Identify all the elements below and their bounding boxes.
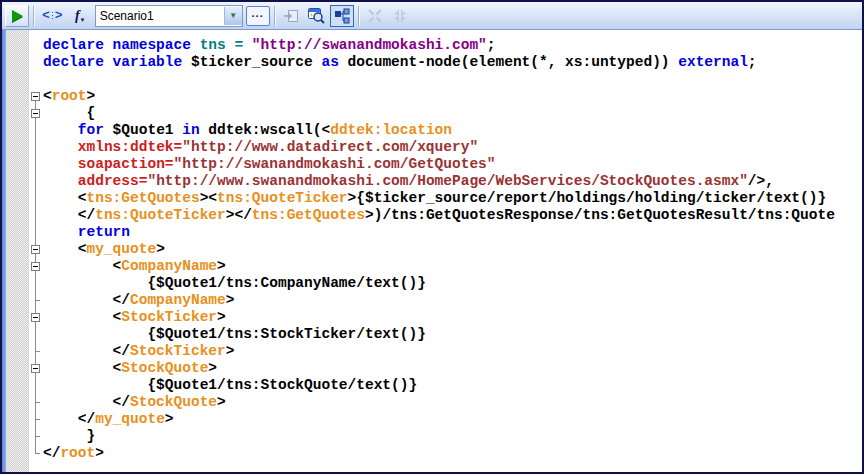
code-line[interactable]: <CompanyName> — [29, 258, 862, 275]
combo-dropdown-icon[interactable]: ▼ — [224, 7, 242, 25]
fold-margin — [29, 122, 43, 139]
fold-toggle-icon[interactable] — [29, 309, 43, 326]
code-line[interactable]: soapaction="http://swanandmokashi.com/Ge… — [29, 156, 862, 173]
code-text: soapaction="http://swanandmokashi.com/Ge… — [43, 156, 495, 173]
xquery-editor-window: <> f▾ Scenario1 ▼ ... — [0, 0, 864, 474]
code-line[interactable]: <tns:GetQuotes><tns:QuoteTicker>{$ticker… — [29, 190, 862, 207]
mapper-view-button-active[interactable] — [330, 5, 354, 27]
code-text: <tns:GetQuotes><tns:QuoteTicker>{$ticker… — [43, 190, 826, 207]
code-line[interactable]: <StockTicker> — [29, 309, 862, 326]
play-icon — [12, 10, 23, 22]
fold-toggle-icon[interactable] — [29, 88, 43, 105]
code-editor[interactable]: declare namespace tns = "http://swanandm… — [2, 30, 862, 472]
fold-toggle-icon[interactable] — [29, 258, 43, 275]
code-text: declare namespace tns = "http://swanandm… — [43, 37, 496, 54]
fold-margin — [29, 37, 43, 54]
code-line[interactable]: { — [29, 105, 862, 122]
code-line[interactable]: <my_quote> — [29, 241, 862, 258]
fold-margin — [29, 224, 43, 241]
function-dropdown-icon: f▾ — [75, 8, 84, 24]
code-text: address="http://www.swanandmokashi.com/H… — [43, 173, 774, 190]
code-line[interactable]: declare namespace tns = "http://swanandm… — [29, 37, 862, 54]
fold-margin — [29, 326, 43, 343]
grid-view-button-disabled — [388, 5, 412, 27]
open-output-icon — [283, 8, 299, 24]
code-text: </StockQuote> — [43, 394, 226, 411]
fold-margin — [29, 394, 43, 411]
fold-margin — [29, 71, 43, 88]
code-text: <my_quote> — [43, 241, 165, 258]
code-text: {$Quote1/tns:StockTicker/text()} — [43, 326, 426, 343]
preview-result-button[interactable] — [304, 5, 329, 27]
fold-margin — [29, 173, 43, 190]
fold-margin — [29, 377, 43, 394]
code-line[interactable]: </StockQuote> — [29, 394, 862, 411]
fold-toggle-icon[interactable] — [29, 105, 43, 122]
xml-tags-icon: <> — [42, 8, 63, 23]
collapse-icon — [367, 8, 383, 24]
code-text: <StockTicker> — [43, 309, 226, 326]
code-line[interactable]: {$Quote1/tns:StockQuote/text()} — [29, 377, 862, 394]
collapse-button-disabled — [363, 5, 387, 27]
function-library-button[interactable]: f▾ — [68, 5, 92, 27]
preview-result-icon — [308, 7, 325, 24]
mapper-view-icon — [334, 8, 350, 24]
fold-margin — [29, 292, 43, 309]
grid-view-icon — [392, 8, 408, 24]
fold-margin — [29, 190, 43, 207]
code-lines[interactable]: declare namespace tns = "http://swanandm… — [29, 30, 862, 472]
code-text: </my_quote> — [43, 411, 174, 428]
toolbar-separator — [358, 6, 359, 26]
code-text: </tns:QuoteTicker></tns:GetQuotes>)/tns:… — [43, 207, 835, 224]
code-text: </StockTicker> — [43, 343, 234, 360]
fold-margin — [29, 156, 43, 173]
scenario-combobox[interactable]: Scenario1 ▼ — [95, 5, 243, 27]
code-line[interactable]: xmlns:ddtek="http://www.datadirect.com/x… — [29, 139, 862, 156]
fold-margin — [29, 207, 43, 224]
code-line[interactable]: return — [29, 224, 862, 241]
code-line[interactable] — [29, 71, 862, 88]
code-text: <root> — [43, 88, 95, 105]
code-line[interactable]: <root> — [29, 88, 862, 105]
toolbar-separator — [274, 6, 275, 26]
fold-toggle-icon[interactable] — [29, 360, 43, 377]
xquery-toolbar: <> f▾ Scenario1 ▼ ... — [2, 2, 862, 30]
code-line[interactable]: address="http://www.swanandmokashi.com/H… — [29, 173, 862, 190]
fold-toggle-icon[interactable] — [29, 241, 43, 258]
fold-margin — [29, 343, 43, 360]
run-button[interactable] — [5, 5, 29, 27]
code-line[interactable]: </root> — [29, 445, 862, 462]
code-line[interactable]: declare variable $ticker_source as docum… — [29, 54, 862, 71]
code-text: for $Quote1 in ddtek:wscall(<ddtek:locat… — [43, 122, 452, 139]
code-text: <CompanyName> — [43, 258, 226, 275]
open-output-button-disabled — [279, 5, 303, 27]
fold-margin — [29, 54, 43, 71]
selection-margin[interactable] — [6, 30, 29, 472]
code-text: } — [43, 428, 95, 445]
fold-margin — [29, 275, 43, 292]
scenario-combobox-value: Scenario1 — [96, 9, 224, 23]
browse-scenarios-button[interactable]: ... — [246, 6, 270, 26]
code-line[interactable]: </StockTicker> — [29, 343, 862, 360]
code-text: return — [43, 224, 130, 241]
code-line[interactable]: {$Quote1/tns:StockTicker/text()} — [29, 326, 862, 343]
code-line[interactable]: <StockQuote> — [29, 360, 862, 377]
code-line[interactable]: } — [29, 428, 862, 445]
code-text: </CompanyName> — [43, 292, 234, 309]
code-text: declare variable $ticker_source as docum… — [43, 54, 757, 71]
code-line[interactable]: </my_quote> — [29, 411, 862, 428]
fold-margin — [29, 411, 43, 428]
code-line[interactable]: {$Quote1/tns:CompanyName/text()} — [29, 275, 862, 292]
code-line[interactable]: for $Quote1 in ddtek:wscall(<ddtek:locat… — [29, 122, 862, 139]
code-text: xmlns:ddtek="http://www.datadirect.com/x… — [43, 139, 478, 156]
fold-margin — [29, 139, 43, 156]
xml-tags-button[interactable]: <> — [38, 5, 67, 27]
code-line[interactable]: </CompanyName> — [29, 292, 862, 309]
code-text: </root> — [43, 445, 104, 462]
code-text: { — [43, 105, 95, 122]
code-text: {$Quote1/tns:CompanyName/text()} — [43, 275, 426, 292]
toolbar-separator — [33, 6, 34, 26]
code-line[interactable]: </tns:QuoteTicker></tns:GetQuotes>)/tns:… — [29, 207, 862, 224]
browse-ellipsis-icon: ... — [252, 9, 264, 17]
fold-margin — [29, 428, 43, 445]
